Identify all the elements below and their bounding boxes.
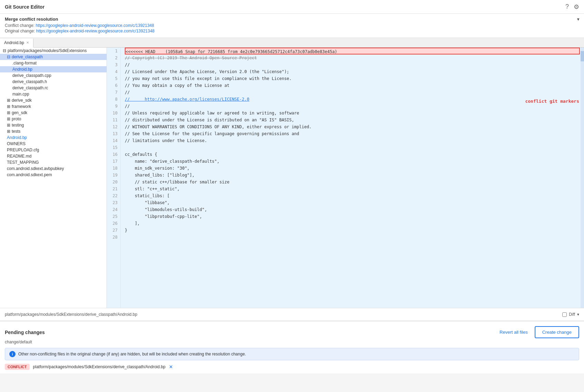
proto-expand: ⊞ (7, 117, 10, 121)
derive-sdk-expand: ⊞ (7, 98, 10, 103)
code-line-6: // You may obtain a copy of the License … (125, 82, 580, 89)
code-line-15 (125, 144, 580, 151)
sidebar-item-derive-classpath-cpp[interactable]: derive_classpath.cpp (0, 72, 107, 79)
conflict-file-path: platform/packages/modules/SdkExtensions/… (33, 364, 165, 369)
code-line-18: min_sdk_version: "30", (125, 165, 580, 172)
code-line-16: cc_defaults { (125, 151, 580, 158)
main-content: ⊟ platform/packages/modules/SdkExtension… (0, 48, 584, 308)
diff-dropdown-icon[interactable]: ▾ (577, 312, 579, 317)
code-line-5: // you may not use this file except in c… (125, 75, 580, 82)
pending-actions: Revert all files Create change (496, 326, 579, 338)
file-tab-android-bp[interactable]: Android.bp ✕ (0, 39, 33, 48)
code-line-2: // Copyright (C) 2019 The Android Open S… (125, 54, 580, 61)
code-line-14: // limitations under the License. (125, 137, 580, 144)
sidebar-item-derive-sdk[interactable]: ⊞ derive_sdk (0, 97, 107, 103)
sidebar-item-clang-format[interactable]: .clang-format (0, 60, 107, 66)
root-label: platform/packages/modules/SdkExtensions (8, 48, 87, 53)
sidebar-item-derive-classpath-folder[interactable]: ⊟ derive_classpath (0, 54, 107, 60)
editor-scrollbar[interactable] (581, 48, 584, 308)
sidebar-root: ⊟ platform/packages/modules/SdkExtension… (0, 48, 107, 54)
code-line-27: } (125, 227, 580, 234)
app-title: Git Source Editor (5, 4, 44, 10)
top-bar-actions: ? ⚙ (565, 3, 579, 11)
code-line-11: // distributed under the License is dist… (125, 117, 580, 123)
code-line-13: // See the License for the specific lang… (125, 130, 580, 137)
code-line-24: "libmodules-utils-build", (125, 206, 580, 213)
code-line-25: "libprotobuf-cpp-lite", (125, 213, 580, 220)
code-line-19: shared_libs: ["liblog"], (125, 172, 580, 179)
code-line-3: // (125, 61, 580, 68)
diff-checkbox-input[interactable] (562, 312, 567, 317)
info-box: i Other non-conflicting files in the ori… (5, 348, 579, 360)
code-line-12: // WITHOUT WARRANTIES OR CONDITIONS OF A… (125, 123, 580, 130)
conflict-badge: CONFLICT (5, 364, 30, 370)
sidebar-item-android-bp-active[interactable]: Android.bp (0, 66, 107, 72)
sidebar-item-test-mapping[interactable]: TEST_MAPPING (0, 159, 107, 165)
sidebar: ⊟ platform/packages/modules/SdkExtension… (0, 48, 107, 308)
code-line-22: static_libs: [ (125, 192, 580, 199)
code-line-4: // Licensed under the Apache License, Ve… (125, 68, 580, 75)
conflict-callout: conflict git markers (525, 99, 579, 104)
code-line-28 (125, 234, 580, 241)
settings-icon[interactable]: ⚙ (574, 3, 579, 11)
sidebar-item-framework[interactable]: ⊞ framework (0, 103, 107, 110)
framework-expand: ⊞ (7, 104, 10, 109)
code-line-20: // static c++/libbase for smaller size (125, 179, 580, 185)
root-expand-icon: ⊟ (3, 48, 6, 53)
sidebar-item-owners[interactable]: OWNERS (0, 141, 107, 147)
sidebar-item-derive-classpath-rc[interactable]: derive_classpath.rc (0, 85, 107, 91)
sidebar-item-readme[interactable]: README.md (0, 153, 107, 159)
pending-title: Pending changes (5, 330, 45, 335)
sidebar-item-derive-classpath-h[interactable]: derive_classpath.h (0, 79, 107, 85)
scrollbar-marker (581, 51, 584, 61)
derive-classpath-expand: ⊟ (7, 54, 10, 59)
create-change-button[interactable]: Create change (535, 326, 579, 338)
top-bar: Git Source Editor ? ⚙ (0, 0, 584, 14)
pending-section: Pending changes Revert all files Create … (0, 321, 584, 373)
revert-all-button[interactable]: Revert all files (496, 328, 531, 337)
sidebar-item-main-cpp[interactable]: main.cpp (0, 91, 107, 97)
info-icon: i (9, 351, 16, 357)
conflict-change-link[interactable]: https://googleplex-android-review.google… (36, 23, 154, 28)
tests-expand: ⊞ (7, 129, 10, 134)
sidebar-item-android-bp-root[interactable]: Android.bp (0, 134, 107, 141)
file-tab-bar: Android.bp ✕ (0, 38, 584, 48)
code-line-21: stl: "c++_static", (125, 185, 580, 192)
merge-chevron[interactable]: ▾ (577, 17, 579, 22)
code-line-9: // (125, 103, 580, 110)
original-change-link[interactable]: https://googleplex-android-review.google… (36, 29, 155, 33)
code-line-26: ], (125, 220, 580, 227)
sidebar-item-testing[interactable]: ⊞ testing (0, 122, 107, 128)
sidebar-item-avbpubkey[interactable]: com.android.sdkext.avbpubkey (0, 165, 107, 172)
code-line-10: // Unless required by applicable law or … (125, 110, 580, 117)
file-tab-label: Android.bp (4, 40, 24, 45)
code-line-23: "libbase", (125, 199, 580, 206)
conflict-row: CONFLICT platform/packages/modules/SdkEx… (5, 364, 579, 370)
pending-header: Pending changes Revert all files Create … (5, 326, 579, 338)
editor-area[interactable]: 1 2 3 4 5 6 7 8 9 10 11 12 13 14 15 16 1… (107, 48, 584, 308)
sidebar-item-tests[interactable]: ⊞ tests (0, 128, 107, 134)
file-tab-close-icon[interactable]: ✕ (26, 41, 29, 44)
info-text: Other non-conflicting files in the origi… (18, 352, 246, 356)
code-line-8[interactable]: // http://www.apache.org/licenses/LICENS… (125, 96, 580, 103)
sidebar-item-gen-sdk[interactable]: ⊞ gen_sdk (0, 110, 107, 116)
original-change-line: Original change: https://googleplex-andr… (5, 29, 579, 33)
diff-label: Diff (569, 312, 575, 317)
sidebar-item-preupload[interactable]: PREUPLOAD.cfg (0, 147, 107, 153)
path-bar: platform/packages/modules/SdkExtensions/… (0, 308, 584, 321)
sidebar-item-proto[interactable]: ⊞ proto (0, 116, 107, 122)
editor-file-path: platform/packages/modules/SdkExtensions/… (5, 312, 137, 317)
merge-title: Merge conflict resolution ▾ (5, 17, 579, 22)
conflict-change-line: Conflict change: https://googleplex-andr… (5, 23, 579, 28)
code-line-17: name: "derive_classpath-defaults", (125, 158, 580, 165)
diff-checkbox-area[interactable]: Diff ▾ (562, 312, 579, 317)
conflict-remove-icon[interactable]: ✕ (169, 364, 173, 370)
sidebar-item-pem[interactable]: com.android.sdkext.pem (0, 172, 107, 178)
line-numbers: 1 2 3 4 5 6 7 8 9 10 11 12 13 14 15 16 1… (107, 48, 121, 308)
code-content[interactable]: <<<<<<< HEAD (1058a6 Snap for 7216685 fr… (121, 48, 584, 308)
pending-sub: change/default (5, 340, 579, 344)
help-icon[interactable]: ? (565, 3, 569, 11)
testing-expand: ⊞ (7, 123, 10, 128)
editor-inner: 1 2 3 4 5 6 7 8 9 10 11 12 13 14 15 16 1… (107, 48, 584, 308)
code-line-1: <<<<<<< HEAD (1058a6 Snap for 7216685 fr… (125, 48, 580, 54)
